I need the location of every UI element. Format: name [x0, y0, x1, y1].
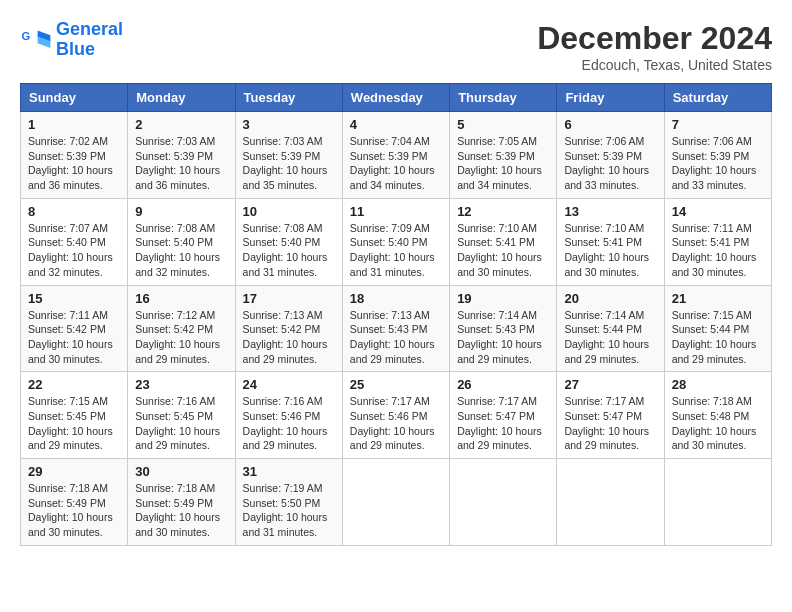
day-cell-29: 29Sunrise: 7:18 AMSunset: 5:49 PMDayligh…	[21, 459, 128, 546]
day-info: Sunrise: 7:05 AMSunset: 5:39 PMDaylight:…	[457, 134, 549, 193]
svg-text:G: G	[22, 30, 31, 42]
day-info: Sunrise: 7:18 AMSunset: 5:49 PMDaylight:…	[135, 481, 227, 540]
day-info: Sunrise: 7:10 AMSunset: 5:41 PMDaylight:…	[457, 221, 549, 280]
day-info: Sunrise: 7:15 AMSunset: 5:44 PMDaylight:…	[672, 308, 764, 367]
day-number: 16	[135, 291, 227, 306]
day-number: 13	[564, 204, 656, 219]
day-cell-8: 8Sunrise: 7:07 AMSunset: 5:40 PMDaylight…	[21, 198, 128, 285]
logo-icon: G	[20, 24, 52, 56]
day-info: Sunrise: 7:02 AMSunset: 5:39 PMDaylight:…	[28, 134, 120, 193]
weekday-header-sunday: Sunday	[21, 84, 128, 112]
day-cell-2: 2Sunrise: 7:03 AMSunset: 5:39 PMDaylight…	[128, 112, 235, 199]
day-cell-22: 22Sunrise: 7:15 AMSunset: 5:45 PMDayligh…	[21, 372, 128, 459]
day-cell-24: 24Sunrise: 7:16 AMSunset: 5:46 PMDayligh…	[235, 372, 342, 459]
day-cell-12: 12Sunrise: 7:10 AMSunset: 5:41 PMDayligh…	[450, 198, 557, 285]
logo-line1: General	[56, 19, 123, 39]
day-info: Sunrise: 7:17 AMSunset: 5:47 PMDaylight:…	[457, 394, 549, 453]
day-number: 8	[28, 204, 120, 219]
day-number: 3	[243, 117, 335, 132]
day-number: 21	[672, 291, 764, 306]
day-info: Sunrise: 7:17 AMSunset: 5:46 PMDaylight:…	[350, 394, 442, 453]
day-number: 26	[457, 377, 549, 392]
day-number: 20	[564, 291, 656, 306]
day-info: Sunrise: 7:19 AMSunset: 5:50 PMDaylight:…	[243, 481, 335, 540]
weekday-header-monday: Monday	[128, 84, 235, 112]
weekday-header-wednesday: Wednesday	[342, 84, 449, 112]
day-number: 29	[28, 464, 120, 479]
day-number: 17	[243, 291, 335, 306]
day-number: 27	[564, 377, 656, 392]
day-info: Sunrise: 7:09 AMSunset: 5:40 PMDaylight:…	[350, 221, 442, 280]
day-info: Sunrise: 7:18 AMSunset: 5:49 PMDaylight:…	[28, 481, 120, 540]
calendar-header-row: SundayMondayTuesdayWednesdayThursdayFrid…	[21, 84, 772, 112]
day-number: 19	[457, 291, 549, 306]
day-info: Sunrise: 7:13 AMSunset: 5:42 PMDaylight:…	[243, 308, 335, 367]
day-cell-30: 30Sunrise: 7:18 AMSunset: 5:49 PMDayligh…	[128, 459, 235, 546]
weekday-header-tuesday: Tuesday	[235, 84, 342, 112]
location: Edcouch, Texas, United States	[537, 57, 772, 73]
day-cell-19: 19Sunrise: 7:14 AMSunset: 5:43 PMDayligh…	[450, 285, 557, 372]
day-cell-26: 26Sunrise: 7:17 AMSunset: 5:47 PMDayligh…	[450, 372, 557, 459]
calendar-week-row: 29Sunrise: 7:18 AMSunset: 5:49 PMDayligh…	[21, 459, 772, 546]
day-info: Sunrise: 7:13 AMSunset: 5:43 PMDaylight:…	[350, 308, 442, 367]
page-header: G General Blue December 2024 Edcouch, Te…	[20, 20, 772, 73]
day-number: 12	[457, 204, 549, 219]
day-cell-14: 14Sunrise: 7:11 AMSunset: 5:41 PMDayligh…	[664, 198, 771, 285]
empty-day-cell	[664, 459, 771, 546]
day-cell-4: 4Sunrise: 7:04 AMSunset: 5:39 PMDaylight…	[342, 112, 449, 199]
day-number: 10	[243, 204, 335, 219]
day-info: Sunrise: 7:11 AMSunset: 5:41 PMDaylight:…	[672, 221, 764, 280]
day-number: 1	[28, 117, 120, 132]
day-number: 30	[135, 464, 227, 479]
day-cell-18: 18Sunrise: 7:13 AMSunset: 5:43 PMDayligh…	[342, 285, 449, 372]
day-number: 24	[243, 377, 335, 392]
day-cell-25: 25Sunrise: 7:17 AMSunset: 5:46 PMDayligh…	[342, 372, 449, 459]
day-cell-10: 10Sunrise: 7:08 AMSunset: 5:40 PMDayligh…	[235, 198, 342, 285]
day-info: Sunrise: 7:03 AMSunset: 5:39 PMDaylight:…	[243, 134, 335, 193]
day-cell-31: 31Sunrise: 7:19 AMSunset: 5:50 PMDayligh…	[235, 459, 342, 546]
logo-line2: Blue	[56, 39, 95, 59]
day-cell-23: 23Sunrise: 7:16 AMSunset: 5:45 PMDayligh…	[128, 372, 235, 459]
day-info: Sunrise: 7:12 AMSunset: 5:42 PMDaylight:…	[135, 308, 227, 367]
day-info: Sunrise: 7:08 AMSunset: 5:40 PMDaylight:…	[135, 221, 227, 280]
day-number: 15	[28, 291, 120, 306]
weekday-header-friday: Friday	[557, 84, 664, 112]
day-info: Sunrise: 7:16 AMSunset: 5:46 PMDaylight:…	[243, 394, 335, 453]
day-number: 11	[350, 204, 442, 219]
day-info: Sunrise: 7:14 AMSunset: 5:44 PMDaylight:…	[564, 308, 656, 367]
day-number: 4	[350, 117, 442, 132]
day-cell-20: 20Sunrise: 7:14 AMSunset: 5:44 PMDayligh…	[557, 285, 664, 372]
day-cell-11: 11Sunrise: 7:09 AMSunset: 5:40 PMDayligh…	[342, 198, 449, 285]
day-info: Sunrise: 7:03 AMSunset: 5:39 PMDaylight:…	[135, 134, 227, 193]
day-number: 5	[457, 117, 549, 132]
day-number: 31	[243, 464, 335, 479]
day-number: 28	[672, 377, 764, 392]
day-cell-6: 6Sunrise: 7:06 AMSunset: 5:39 PMDaylight…	[557, 112, 664, 199]
calendar-table: SundayMondayTuesdayWednesdayThursdayFrid…	[20, 83, 772, 546]
day-cell-27: 27Sunrise: 7:17 AMSunset: 5:47 PMDayligh…	[557, 372, 664, 459]
empty-day-cell	[342, 459, 449, 546]
day-cell-3: 3Sunrise: 7:03 AMSunset: 5:39 PMDaylight…	[235, 112, 342, 199]
day-number: 22	[28, 377, 120, 392]
day-info: Sunrise: 7:16 AMSunset: 5:45 PMDaylight:…	[135, 394, 227, 453]
day-info: Sunrise: 7:18 AMSunset: 5:48 PMDaylight:…	[672, 394, 764, 453]
calendar-week-row: 1Sunrise: 7:02 AMSunset: 5:39 PMDaylight…	[21, 112, 772, 199]
day-number: 14	[672, 204, 764, 219]
weekday-header-saturday: Saturday	[664, 84, 771, 112]
day-info: Sunrise: 7:07 AMSunset: 5:40 PMDaylight:…	[28, 221, 120, 280]
day-info: Sunrise: 7:15 AMSunset: 5:45 PMDaylight:…	[28, 394, 120, 453]
calendar-week-row: 15Sunrise: 7:11 AMSunset: 5:42 PMDayligh…	[21, 285, 772, 372]
day-cell-17: 17Sunrise: 7:13 AMSunset: 5:42 PMDayligh…	[235, 285, 342, 372]
day-number: 7	[672, 117, 764, 132]
day-number: 23	[135, 377, 227, 392]
day-number: 25	[350, 377, 442, 392]
calendar-week-row: 8Sunrise: 7:07 AMSunset: 5:40 PMDaylight…	[21, 198, 772, 285]
month-title: December 2024	[537, 20, 772, 57]
day-number: 9	[135, 204, 227, 219]
day-cell-21: 21Sunrise: 7:15 AMSunset: 5:44 PMDayligh…	[664, 285, 771, 372]
calendar-week-row: 22Sunrise: 7:15 AMSunset: 5:45 PMDayligh…	[21, 372, 772, 459]
day-cell-28: 28Sunrise: 7:18 AMSunset: 5:48 PMDayligh…	[664, 372, 771, 459]
weekday-header-thursday: Thursday	[450, 84, 557, 112]
day-info: Sunrise: 7:14 AMSunset: 5:43 PMDaylight:…	[457, 308, 549, 367]
day-cell-16: 16Sunrise: 7:12 AMSunset: 5:42 PMDayligh…	[128, 285, 235, 372]
